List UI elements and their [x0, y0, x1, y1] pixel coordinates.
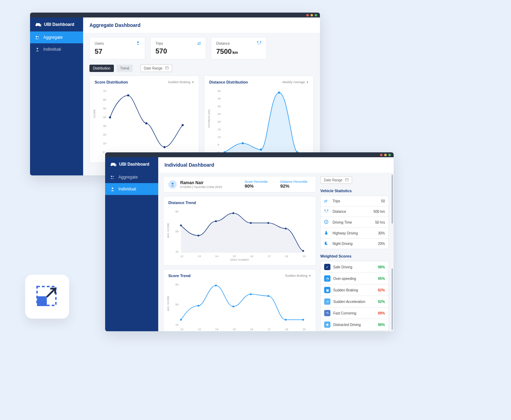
sidebar-item-individual[interactable]: Individual	[105, 183, 158, 195]
date-range-button[interactable]: Date Range	[140, 64, 172, 72]
stat-value: 7500	[216, 48, 232, 55]
svg-point-68	[285, 227, 286, 229]
svg-line-97	[47, 289, 54, 297]
svg-text:5: 5	[218, 143, 219, 146]
svg-point-66	[250, 222, 251, 224]
chart-score-trend: Score Trend Sudden Braking ▾ AVG. SCORE …	[163, 269, 316, 331]
date-range-button[interactable]: Date Range	[320, 176, 352, 184]
svg-point-91	[324, 210, 326, 211]
chart-distance-trend: Distance Trend AVG. SCORE 905010 1213141…	[163, 196, 316, 266]
svg-point-22	[109, 116, 111, 118]
chart-dropdown[interactable]: Weekly Average ▾	[282, 80, 308, 84]
svg-text:10: 10	[175, 323, 178, 326]
profile-meta: KA9383 | Hyundai Creta 2019	[180, 185, 222, 189]
stat-label: Trips	[155, 42, 163, 45]
x-axis-label: WEEK NUMBER	[168, 259, 311, 261]
svg-text:16: 16	[250, 328, 253, 331]
window-min-dot[interactable]	[311, 14, 313, 16]
sidebar-label: Aggregate	[118, 175, 138, 180]
weighted-scores-list: ✓Safe Driving98% ◔Over-speeding95% ▣Sudd…	[320, 261, 389, 331]
score-row-safe-driving: ✓Safe Driving98%	[320, 261, 389, 273]
svg-point-84	[232, 305, 234, 307]
individual-window: UBI Dashboard Aggregate Individual Indiv…	[105, 152, 394, 331]
stat-label: Users	[95, 42, 104, 45]
svg-text:60: 60	[103, 98, 106, 101]
svg-text:50: 50	[175, 303, 178, 306]
car-icon	[35, 22, 41, 27]
sidebar: UBI Dashboard Aggregate Individual	[30, 17, 83, 175]
sidebar-item-aggregate[interactable]: Aggregate	[105, 171, 158, 183]
svg-point-85	[250, 293, 251, 295]
svg-text:0: 0	[103, 151, 105, 154]
shield-icon: ✓	[324, 264, 330, 270]
sidebar-label: Individual	[43, 47, 61, 52]
date-range-label: Date Range	[324, 178, 342, 182]
window-close-dot[interactable]	[306, 14, 309, 16]
chart-title: Score Trend	[168, 274, 191, 278]
svg-text:50: 50	[103, 107, 106, 110]
svg-point-25	[163, 146, 166, 148]
sidebar-item-aggregate[interactable]: Aggregate	[30, 31, 83, 43]
user-icon	[136, 41, 140, 46]
svg-text:10: 10	[103, 142, 106, 145]
score-percentile-label: Score Percentile	[244, 180, 268, 183]
stat-row-highway: Highway Driving30%	[320, 228, 389, 239]
svg-text:90: 90	[175, 283, 178, 286]
svg-text:10: 10	[218, 136, 221, 139]
chart-title: Distance Trend	[168, 201, 196, 205]
svg-point-50	[171, 182, 173, 184]
window-close-dot[interactable]	[380, 154, 382, 156]
chart-score-distribution: Score Distribution Sudden Braking ▾ SCOR…	[89, 75, 199, 163]
stat-row-driving-time: Driving Time50 hrs	[320, 217, 389, 228]
svg-text:20: 20	[103, 133, 106, 136]
swap-icon: ⇄	[324, 199, 330, 203]
svg-text:20: 20	[218, 120, 221, 123]
score-trend-chart: 905010 1213141516171819	[168, 282, 308, 331]
window-max-dot[interactable]	[315, 14, 317, 16]
calendar-icon	[165, 66, 169, 70]
svg-text:14: 14	[215, 328, 218, 331]
scrollbar-thumb[interactable]	[392, 175, 393, 224]
svg-text:13: 13	[198, 328, 201, 331]
chart-dropdown[interactable]: Sudden Braking ▾	[168, 80, 194, 84]
window-min-dot[interactable]	[384, 154, 387, 156]
date-range-label: Date Range	[144, 66, 162, 70]
window-titlebar	[105, 152, 394, 157]
svg-text:15: 15	[233, 255, 236, 258]
svg-text:16: 16	[250, 255, 253, 258]
distance-percentile-value: 92%	[280, 183, 307, 189]
score-percentile-value: 90%	[244, 183, 268, 189]
tab-distribution[interactable]: Distribution	[89, 65, 114, 72]
tab-trend[interactable]: Trend	[117, 65, 133, 72]
sidebar-item-individual[interactable]: Individual	[30, 43, 83, 55]
vehicle-stats-title: Vehicle Statistics	[320, 189, 389, 193]
y-axis-label: AVG. SCORE	[167, 296, 169, 311]
chart-dropdown[interactable]: Sudden Braking ▾	[285, 274, 311, 277]
stat-value: 570	[155, 47, 201, 55]
expand-tile-icon	[25, 275, 69, 319]
svg-point-42	[242, 142, 244, 144]
svg-point-3	[37, 48, 38, 49]
page-title: Aggregate Dashboard	[83, 17, 320, 33]
svg-point-82	[197, 305, 199, 306]
svg-text:19: 19	[302, 328, 306, 331]
svg-text:90: 90	[175, 210, 178, 213]
profile-name: Raman Nair	[180, 180, 222, 185]
users-icon	[110, 175, 115, 180]
svg-rect-7	[166, 67, 168, 70]
scrollbar-thumb[interactable]	[392, 268, 393, 330]
chevron-down-icon: ▾	[307, 80, 308, 84]
svg-point-69	[302, 250, 304, 252]
svg-point-4	[137, 42, 139, 43]
svg-point-62	[180, 224, 182, 226]
corner-icon: ↷	[324, 310, 330, 316]
stat-distance: Distance 7500km	[211, 37, 267, 59]
stat-users: Users 57	[89, 37, 145, 59]
gauge-icon: ◔	[324, 275, 330, 282]
svg-point-1	[36, 36, 37, 37]
chart-title: Distance Distribution	[209, 80, 248, 84]
stat-value: 57	[95, 48, 140, 56]
user-icon	[35, 47, 40, 52]
window-max-dot[interactable]	[388, 154, 391, 156]
car-icon	[110, 162, 116, 167]
